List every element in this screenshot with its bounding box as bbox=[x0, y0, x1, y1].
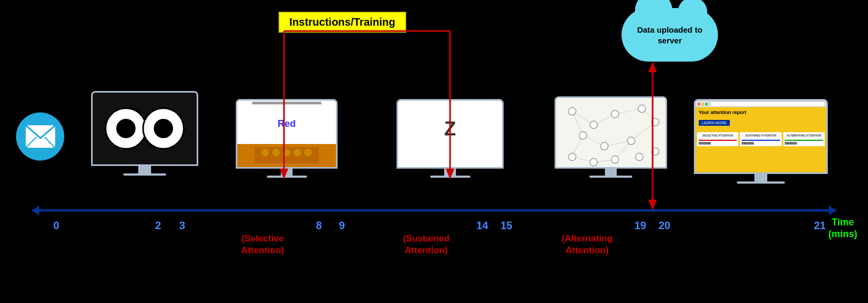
email-icon bbox=[16, 112, 64, 161]
svg-point-11 bbox=[261, 149, 269, 156]
svg-point-40 bbox=[635, 153, 643, 161]
instructions-box: Instructions/Training bbox=[279, 12, 406, 33]
timeline-line bbox=[32, 209, 836, 211]
svg-point-34 bbox=[579, 132, 587, 139]
monitor-stand-4 bbox=[589, 176, 632, 178]
stroop-word: Red bbox=[278, 118, 296, 130]
attention-label-alternating: (AlternatingAttention) bbox=[562, 233, 612, 256]
svg-point-32 bbox=[638, 105, 646, 112]
time-label-21: 21 bbox=[814, 219, 826, 232]
report-card-sustained-text: ████████ bbox=[742, 142, 780, 145]
network-display bbox=[556, 98, 665, 167]
svg-point-13 bbox=[283, 149, 290, 156]
monitor-sustained: Z · bbox=[396, 99, 504, 178]
stroop-bar bbox=[252, 102, 321, 104]
time-label-15: 15 bbox=[500, 219, 512, 232]
time-label-0: 0 bbox=[53, 219, 59, 232]
report-title: Your attention report bbox=[699, 110, 823, 115]
monitor-stand bbox=[123, 173, 166, 176]
time-label-2: 2 bbox=[155, 219, 161, 232]
svg-point-30 bbox=[590, 121, 597, 128]
monitor-report: Your attention report LEARN MORE SELECTI… bbox=[694, 99, 828, 184]
monitor-report-screen: Your attention report LEARN MORE SELECTI… bbox=[694, 99, 828, 174]
attention-label-selective: (SelectiveAttention) bbox=[241, 233, 284, 256]
svg-point-29 bbox=[568, 108, 576, 115]
svg-point-33 bbox=[652, 118, 659, 126]
svg-point-14 bbox=[294, 149, 301, 156]
report-card-selective-text: ████████ bbox=[699, 142, 737, 145]
monitor-stand-3 bbox=[430, 176, 470, 178]
monitor-neck bbox=[138, 166, 151, 173]
monitor-neck-2 bbox=[281, 169, 293, 176]
time-label-19: 19 bbox=[634, 219, 646, 232]
svg-point-38 bbox=[590, 158, 597, 166]
report-card-selective: SELECTIVE ATTENTION ████████ bbox=[697, 132, 738, 146]
report-card-sustained-title: SUSTAINED ATTENTION bbox=[742, 134, 780, 139]
cloud-text: Data uploaded to server bbox=[632, 25, 707, 46]
monitor-neck-5 bbox=[754, 174, 767, 181]
monitor-stand-5 bbox=[737, 181, 785, 184]
report-card-alternating-text: ████████ bbox=[785, 142, 823, 145]
report-cards: SELECTIVE ATTENTION ████████ SUSTAINED A… bbox=[695, 131, 826, 148]
timeline bbox=[32, 209, 836, 212]
svg-point-36 bbox=[627, 137, 635, 145]
report-card-selective-title: SELECTIVE ATTENTION bbox=[699, 134, 737, 139]
time-label-8: 8 bbox=[316, 219, 321, 232]
svg-point-15 bbox=[304, 149, 312, 156]
monitor-eyes-screen bbox=[91, 91, 198, 166]
sustained-dot: · bbox=[450, 146, 451, 150]
monitor-sustained-screen: Z · bbox=[396, 99, 504, 169]
svg-point-35 bbox=[601, 142, 608, 150]
cloud-data-upload: Data uploaded to server bbox=[616, 3, 723, 67]
time-unit-label: Time(mins) bbox=[828, 217, 857, 240]
report-card-alternating-title: ALTERNATING ATTENTION bbox=[785, 134, 823, 139]
monitor-stroop: Red bbox=[236, 99, 338, 178]
attention-label-sustained: (SustainedAttention) bbox=[403, 233, 450, 256]
svg-point-37 bbox=[568, 153, 576, 161]
instructions-label: Instructions/Training bbox=[289, 16, 395, 28]
report-card-alternating: ALTERNATING ATTENTION ████████ bbox=[783, 132, 825, 146]
svg-point-12 bbox=[272, 149, 280, 156]
svg-point-39 bbox=[611, 156, 619, 163]
svg-point-31 bbox=[611, 110, 619, 118]
monitor-eyes bbox=[91, 91, 198, 176]
monitor-alternating-screen bbox=[555, 96, 667, 169]
svg-point-9 bbox=[159, 124, 168, 133]
report-button[interactable]: LEARN MORE bbox=[699, 120, 730, 126]
monitor-stroop-screen: Red bbox=[236, 99, 338, 169]
svg-point-41 bbox=[652, 148, 659, 155]
monitor-alternating bbox=[555, 96, 667, 178]
time-label-20: 20 bbox=[659, 219, 670, 232]
monitor-neck-3 bbox=[444, 169, 456, 176]
report-card-sustained: SUSTAINED ATTENTION ████████ bbox=[740, 132, 781, 146]
sustained-letter: Z bbox=[444, 118, 456, 140]
monitor-neck-4 bbox=[605, 169, 617, 176]
time-label-14: 14 bbox=[476, 219, 488, 232]
stroop-image bbox=[237, 144, 336, 167]
time-label-3: 3 bbox=[179, 219, 185, 232]
monitor-stand-2 bbox=[267, 176, 307, 178]
cloud-shape: Data uploaded to server bbox=[622, 8, 718, 62]
time-label-9: 9 bbox=[339, 219, 345, 232]
svg-point-6 bbox=[122, 124, 130, 133]
